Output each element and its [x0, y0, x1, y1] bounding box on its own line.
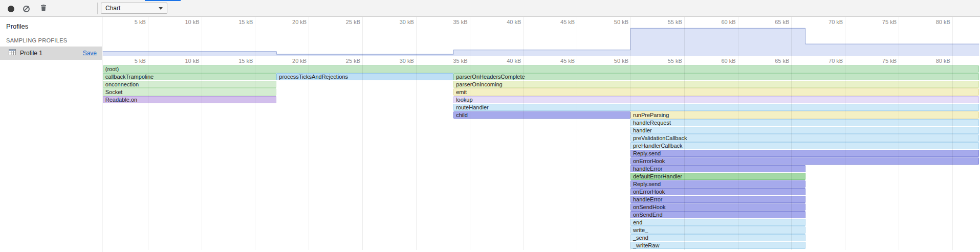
flame-row: _send	[102, 234, 979, 242]
flame-frame[interactable]: _send	[630, 234, 805, 241]
profiles-title: Profiles	[0, 17, 102, 35]
tick-label: 35 kB	[427, 58, 468, 64]
flame-row: _writeRaw	[102, 242, 979, 249]
flame-row: Readable.onlookup	[102, 96, 979, 104]
tick-label: 75 kB	[856, 58, 897, 64]
sampling-profiles-section-label: SAMPLING PROFILES	[0, 35, 102, 47]
flame-frame[interactable]: parserOnIncoming	[453, 81, 979, 88]
tick-label: 80 kB	[909, 58, 950, 64]
trash-icon	[40, 4, 47, 14]
save-profile-link[interactable]: Save	[83, 50, 97, 57]
main: Profiles SAMPLING PROFILES Profile 1 Sav…	[0, 17, 980, 252]
flame-frame[interactable]: Reply.send	[630, 150, 979, 157]
flame-frame[interactable]: onSendHook	[630, 203, 805, 211]
flame-row: onSendEnd	[102, 211, 979, 219]
record-button[interactable]	[4, 2, 17, 15]
flame-frame[interactable]: onSendEnd	[630, 211, 805, 218]
flame-frame[interactable]: (root)	[103, 65, 979, 73]
flame-frame[interactable]: processTicksAndRejections	[276, 73, 453, 80]
profile-icon	[8, 48, 16, 58]
flame-frame[interactable]: onconnection	[103, 81, 277, 88]
flame-frame[interactable]: preValidationCallback	[630, 134, 979, 142]
profile-name: Profile 1	[20, 50, 79, 57]
flame-row: onSendHook	[102, 203, 979, 211]
flame-row: Reply.send	[102, 180, 979, 188]
flame-frame[interactable]: preHandlerCallback	[630, 142, 979, 149]
flame-row: defaultErrorHandler	[102, 173, 979, 180]
flame-frame[interactable]: handleError	[630, 196, 805, 203]
tick-label: 5 kB	[105, 58, 146, 64]
flame-row: callbackTrampolineprocessTicksAndRejecti…	[102, 73, 979, 81]
flame-frame[interactable]: runPreParsing	[630, 111, 979, 119]
flame-row: onErrorHook	[102, 188, 979, 196]
flame-row: handleRequest	[102, 119, 979, 127]
flame-frame[interactable]: onErrorHook	[630, 188, 805, 195]
flame-frame[interactable]: _writeRaw	[630, 242, 805, 249]
overview-area-fill	[103, 28, 979, 56]
tick-label: 15 kB	[212, 58, 253, 64]
ban-icon	[23, 6, 30, 12]
flame-frame[interactable]: Readable.on	[103, 96, 277, 103]
tick-label: 65 kB	[748, 58, 789, 64]
flame-chart: (root)callbackTrampolineprocessTicksAndR…	[102, 65, 979, 249]
flame-row: onconnectionparserOnIncoming	[102, 81, 979, 88]
clear-button[interactable]	[19, 2, 33, 15]
flame-row: write_	[102, 226, 979, 234]
flame-row: onErrorHook	[102, 157, 979, 165]
tick-label: 55 kB	[641, 58, 682, 64]
record-icon	[8, 6, 14, 12]
tick-label: 20 kB	[266, 58, 307, 64]
flame-frame[interactable]: routeHandler	[453, 104, 979, 111]
chevron-down-icon	[159, 7, 163, 10]
profile-item[interactable]: Profile 1 Save	[0, 47, 102, 60]
tick-label: 25 kB	[319, 58, 360, 64]
flame-frame[interactable]: emit	[453, 88, 979, 96]
flame-row: handler	[102, 127, 979, 134]
view-select-value: Chart	[105, 5, 120, 12]
flame-frame[interactable]: end	[630, 219, 805, 226]
memory-overview[interactable]: 5 kB10 kB15 kB20 kB25 kB30 kB35 kB40 kB4…	[102, 17, 979, 56]
delete-profile-button[interactable]	[37, 2, 50, 15]
tick-label: 45 kB	[534, 58, 575, 64]
tick-label: 60 kB	[695, 58, 736, 64]
flame-frame[interactable]: handleError	[630, 165, 805, 172]
chart-panel: 5 kB10 kB15 kB20 kB25 kB30 kB35 kB40 kB4…	[102, 17, 979, 252]
panel-tab-underline	[145, 0, 181, 1]
flame-frame[interactable]: handler	[630, 127, 979, 134]
flame-row: childrunPreParsing	[102, 111, 979, 119]
flame-frame[interactable]: handleRequest	[630, 119, 979, 126]
tick-label: 30 kB	[373, 58, 414, 64]
flame-row: routeHandler	[102, 104, 979, 111]
flame-row: handleError	[102, 196, 979, 203]
flame-frame[interactable]: onErrorHook	[630, 157, 979, 165]
view-select[interactable]: Chart	[101, 3, 167, 14]
flame-frame[interactable]: callbackTrampoline	[103, 73, 277, 80]
tick-label: 70 kB	[802, 58, 843, 64]
flame-row: (root)	[102, 65, 979, 73]
flame-row: end	[102, 219, 979, 226]
tick-label: 50 kB	[587, 58, 628, 64]
sidebar: Profiles SAMPLING PROFILES Profile 1 Sav…	[0, 17, 102, 252]
toolbar: Chart	[0, 0, 980, 17]
flame-ruler: 5 kB10 kB15 kB20 kB25 kB30 kB35 kB40 kB4…	[102, 56, 979, 65]
flame-frame[interactable]: child	[453, 111, 630, 119]
flame-row: handleError	[102, 165, 979, 173]
flame-frame[interactable]: Socket	[103, 88, 277, 96]
flame-frame[interactable]: write_	[630, 226, 805, 234]
tick-label: 10 kB	[159, 58, 200, 64]
flame-frame[interactable]: defaultErrorHandler	[630, 173, 805, 180]
flame-row: Socketemit	[102, 88, 979, 96]
toolbar-separator	[97, 3, 98, 14]
tick-label: 40 kB	[480, 58, 521, 64]
flame-row: preValidationCallback	[102, 134, 979, 142]
flame-row: Reply.send	[102, 150, 979, 157]
flame-frame[interactable]: lookup	[453, 96, 979, 103]
flame-frame[interactable]: parserOnHeadersComplete	[453, 73, 979, 80]
flame-row: preHandlerCallback	[102, 142, 979, 150]
flame-frame[interactable]: Reply.send	[630, 180, 805, 188]
overview-area-svg	[102, 17, 979, 56]
